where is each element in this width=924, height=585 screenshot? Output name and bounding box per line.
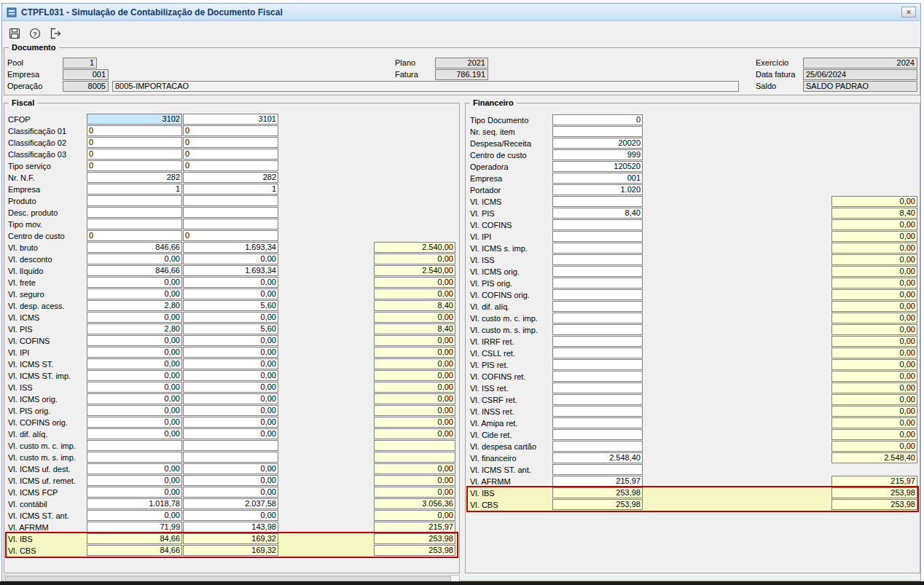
fiscal-cell[interactable]: 1.018,78	[87, 498, 182, 509]
fiscal-cell[interactable]: 0	[183, 137, 278, 148]
financeiro-cell[interactable]	[552, 231, 643, 242]
fiscal-cell[interactable]: 0,00	[87, 382, 182, 393]
financeiro-cell[interactable]	[552, 301, 643, 312]
financeiro-cell[interactable]	[552, 266, 643, 277]
fiscal-cell[interactable]: 1.693,34	[183, 242, 278, 253]
fiscal-cell[interactable]: 0,00	[87, 475, 182, 486]
fiscal-cell[interactable]	[87, 452, 182, 463]
fiscal-cell[interactable]: 5,60	[183, 300, 278, 311]
fiscal-cell[interactable]: 0,00	[183, 358, 278, 369]
fiscal-cell[interactable]	[183, 440, 278, 451]
fiscal-cell[interactable]: 0,00	[87, 358, 182, 369]
fiscal-cell[interactable]: 0	[87, 149, 182, 160]
financeiro-cell[interactable]: 001	[552, 173, 643, 184]
financeiro-cell[interactable]: 999	[552, 149, 643, 160]
fiscal-cell[interactable]: 143,98	[183, 522, 278, 533]
financeiro-cell[interactable]: 2.548,40	[552, 452, 643, 463]
fiscal-cell[interactable]: 1	[87, 184, 182, 195]
help-button[interactable]: ?	[27, 25, 43, 42]
fiscal-cell[interactable]: 0	[87, 137, 182, 148]
financeiro-cell[interactable]	[552, 254, 643, 265]
financeiro-cell[interactable]	[552, 278, 643, 288]
fiscal-cell[interactable]: 169,32	[183, 545, 278, 556]
fiscal-cell[interactable]	[183, 452, 278, 463]
fiscal-cell[interactable]: 282	[87, 172, 182, 183]
fiscal-cell[interactable]: 0,00	[87, 405, 182, 416]
fiscal-cell[interactable]: 0,00	[87, 370, 182, 381]
fiscal-cell[interactable]: 0,00	[183, 393, 278, 404]
fiscal-cell[interactable]: 0,00	[183, 277, 278, 288]
fiscal-cell[interactable]	[87, 195, 182, 206]
fiscal-cell[interactable]: 0,00	[183, 288, 278, 299]
fiscal-cell[interactable]	[87, 207, 182, 218]
fiscal-cell[interactable]: 0,00	[87, 335, 182, 346]
fiscal-cell[interactable]: 0	[183, 125, 278, 136]
fiscal-cell[interactable]: 0,00	[183, 463, 278, 474]
fiscal-cell[interactable]: 0,00	[183, 312, 278, 323]
title-bar[interactable]: CTPFL031 - Simulação de Contabilização d…	[2, 4, 920, 21]
fiscal-cell[interactable]: 0	[183, 160, 278, 171]
fiscal-cell[interactable]: 0	[87, 230, 182, 241]
fiscal-cell[interactable]: 846,66	[87, 242, 182, 253]
financeiro-cell[interactable]	[552, 243, 643, 254]
fiscal-cell[interactable]: 0,00	[87, 254, 182, 264]
financeiro-cell[interactable]: 215,97	[552, 476, 643, 487]
fiscal-cell[interactable]: 0	[183, 230, 278, 241]
fiscal-cell[interactable]: 0,00	[183, 335, 278, 346]
fiscal-cell[interactable]: 0,00	[183, 487, 278, 498]
financeiro-cell[interactable]	[552, 429, 643, 440]
close-button[interactable]: ✕	[901, 7, 916, 17]
scrollbar-thumb[interactable]	[5, 576, 451, 581]
financeiro-cell[interactable]	[552, 359, 643, 370]
fiscal-cell[interactable]: 1.693,34	[183, 265, 278, 276]
financeiro-cell[interactable]	[552, 464, 643, 475]
fiscal-cell[interactable]: 0,00	[87, 428, 182, 439]
financeiro-cell[interactable]	[552, 324, 643, 335]
fiscal-cell[interactable]: 0,00	[87, 393, 182, 404]
financeiro-cell[interactable]	[552, 289, 643, 300]
financeiro-cell[interactable]: 253,98	[552, 487, 643, 498]
financeiro-cell[interactable]: 253,98	[552, 499, 643, 510]
fiscal-cell[interactable]: 0,00	[87, 417, 182, 428]
fiscal-cell[interactable]: 0,00	[87, 510, 182, 521]
financeiro-cell[interactable]	[552, 196, 643, 207]
fiscal-cell[interactable]: 0,00	[87, 463, 182, 474]
financeiro-cell[interactable]	[552, 371, 643, 382]
fiscal-cell[interactable]	[183, 207, 278, 218]
fiscal-cell[interactable]: 3102	[87, 114, 182, 125]
fiscal-cell[interactable]	[183, 219, 278, 229]
exit-button[interactable]	[47, 25, 63, 42]
fiscal-cell[interactable]: 0,00	[87, 347, 182, 358]
fiscal-cell[interactable]: 71,99	[87, 522, 182, 533]
fiscal-cell[interactable]	[183, 195, 278, 206]
fiscal-cell[interactable]: 5,60	[183, 323, 278, 334]
fiscal-cell[interactable]: 169,32	[183, 533, 278, 544]
financeiro-cell[interactable]	[552, 394, 643, 405]
financeiro-cell[interactable]: 8,40	[552, 208, 643, 219]
fiscal-cell[interactable]: 0,00	[87, 487, 182, 498]
fiscal-cell[interactable]: 0	[87, 125, 182, 136]
financeiro-cell[interactable]: 120520	[552, 161, 643, 172]
financeiro-cell[interactable]	[552, 219, 643, 230]
fiscal-cell[interactable]: 0,00	[183, 428, 278, 439]
fiscal-cell[interactable]: 0,00	[87, 312, 182, 323]
fiscal-cell[interactable]: 0,00	[183, 382, 278, 393]
fiscal-cell[interactable]: 0,00	[87, 277, 182, 288]
financeiro-cell[interactable]	[552, 348, 643, 358]
fiscal-cell[interactable]: 0,00	[183, 475, 278, 486]
financeiro-cell[interactable]	[552, 313, 643, 323]
financeiro-cell[interactable]: 1.020	[552, 184, 643, 195]
fiscal-cell[interactable]: 84,66	[87, 545, 182, 556]
fiscal-cell[interactable]	[87, 219, 182, 229]
fiscal-cell[interactable]	[87, 440, 182, 451]
financeiro-cell[interactable]	[552, 406, 643, 417]
fiscal-cell[interactable]: 0,00	[183, 347, 278, 358]
fiscal-cell[interactable]: 0,00	[183, 405, 278, 416]
fiscal-cell[interactable]: 0,00	[183, 254, 278, 264]
financeiro-cell[interactable]	[552, 441, 643, 452]
financeiro-cell[interactable]	[552, 336, 643, 347]
financeiro-cell[interactable]	[552, 382, 643, 393]
fiscal-cell[interactable]: 0	[87, 160, 182, 171]
fiscal-cell[interactable]: 2.037,58	[183, 498, 278, 509]
fiscal-cell[interactable]: 282	[183, 172, 278, 183]
